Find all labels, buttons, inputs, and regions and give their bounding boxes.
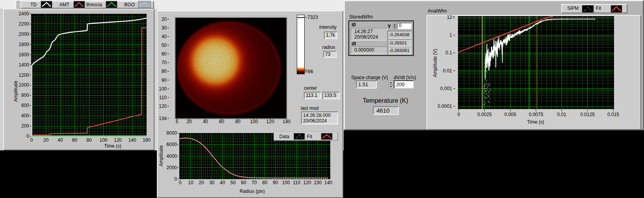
svg-text:Amplitude (V): Amplitude (V) (432, 49, 438, 78)
svg-text:800: 800 (21, 93, 29, 98)
svg-text:Amplitude: Amplitude (158, 145, 164, 167)
svg-text:90: 90 (162, 78, 167, 83)
svg-text:200: 200 (21, 123, 29, 129)
svg-text:0.0075: 0.0075 (529, 112, 543, 117)
svg-text:0.0125: 0.0125 (580, 112, 595, 117)
svg-text:6000: 6000 (166, 142, 177, 147)
svg-text:110: 110 (293, 180, 300, 185)
svg-text:2000: 2000 (166, 165, 177, 170)
svg-text:0: 0 (30, 137, 33, 143)
svg-text:66: 66 (308, 69, 313, 74)
svg-text:30: 30 (209, 180, 215, 185)
svg-text:70: 70 (162, 60, 167, 65)
svg-text:0.001: 0.001 (440, 86, 452, 91)
svg-text:110: 110 (159, 95, 167, 100)
svg-text:0.0025: 0.0025 (477, 112, 492, 117)
svg-text:0.01: 0.01 (557, 112, 567, 117)
svg-text:1400: 1400 (19, 62, 29, 68)
svg-text:600: 600 (21, 103, 29, 108)
svg-text:60: 60 (162, 51, 167, 57)
svg-text:134: 134 (159, 116, 167, 121)
svg-text:0: 0 (458, 112, 460, 117)
svg-text:140: 140 (324, 180, 332, 185)
svg-text:0: 0 (26, 133, 29, 139)
svg-text:Amplitude: Amplitude (13, 81, 19, 102)
svg-text:2200: 2200 (19, 21, 29, 27)
svg-text:120: 120 (114, 137, 122, 143)
svg-text:Brescia: Brescia (86, 2, 102, 7)
svg-text:80: 80 (262, 180, 268, 185)
svg-text:1600: 1600 (19, 52, 29, 57)
svg-text:130: 130 (314, 180, 322, 185)
svg-text:30: 30 (162, 25, 167, 31)
svg-text:0.015: 0.015 (607, 112, 619, 117)
svg-text:160: 160 (143, 137, 151, 143)
svg-text:Time (s): Time (s) (527, 119, 544, 125)
svg-text:Data: Data (279, 134, 290, 139)
svg-text:20: 20 (162, 17, 167, 22)
svg-text:2000: 2000 (19, 31, 29, 37)
svg-text:50: 50 (231, 180, 236, 185)
svg-text:12: 12 (447, 15, 452, 20)
svg-text:TD: TD (30, 2, 37, 7)
svg-text:0: 0 (179, 180, 182, 185)
svg-text:70: 70 (251, 180, 257, 185)
svg-text:1000: 1000 (19, 82, 29, 88)
svg-text:10: 10 (188, 180, 194, 185)
svg-text:20: 20 (199, 180, 204, 185)
svg-text:AMT: AMT (60, 2, 70, 7)
svg-text:100: 100 (159, 86, 167, 92)
svg-text:1800: 1800 (19, 42, 29, 47)
svg-text:1200: 1200 (19, 72, 29, 78)
svg-text:50: 50 (162, 43, 167, 48)
svg-text:Radius (pix): Radius (pix) (240, 189, 265, 194)
svg-text:0.005: 0.005 (504, 112, 516, 117)
svg-text:140: 140 (128, 137, 136, 143)
svg-text:400: 400 (21, 113, 29, 118)
svg-text:7323: 7323 (307, 15, 318, 20)
svg-text:0.1: 0.1 (445, 50, 452, 56)
svg-text:120: 120 (159, 104, 167, 109)
svg-text:100: 100 (282, 180, 290, 185)
svg-text:1: 1 (449, 32, 452, 38)
svg-text:60: 60 (241, 180, 247, 185)
svg-text:90: 90 (273, 180, 278, 185)
svg-text:40: 40 (220, 180, 225, 185)
svg-text:Fit: Fit (596, 6, 601, 11)
svg-text:4000: 4000 (166, 154, 177, 159)
svg-text:8000: 8000 (166, 130, 177, 136)
svg-text:Fit: Fit (307, 134, 313, 139)
svg-text:20: 20 (43, 137, 49, 143)
svg-text:Time (s): Time (s) (104, 143, 121, 149)
svg-text:80: 80 (162, 68, 167, 74)
svg-text:40: 40 (162, 34, 167, 39)
svg-text:120: 120 (303, 180, 311, 185)
svg-text:BGO: BGO (124, 2, 135, 7)
svg-text:40: 40 (58, 137, 63, 143)
svg-text:0.01: 0.01 (443, 68, 452, 74)
svg-text:60: 60 (72, 137, 78, 143)
svg-text:SiPM: SiPM (567, 6, 579, 11)
svg-text:0: 0 (174, 176, 177, 182)
svg-text:0.0001: 0.0001 (437, 104, 452, 109)
svg-text:100: 100 (99, 137, 107, 143)
svg-text:80: 80 (86, 137, 92, 143)
svg-text:2400: 2400 (19, 11, 29, 17)
